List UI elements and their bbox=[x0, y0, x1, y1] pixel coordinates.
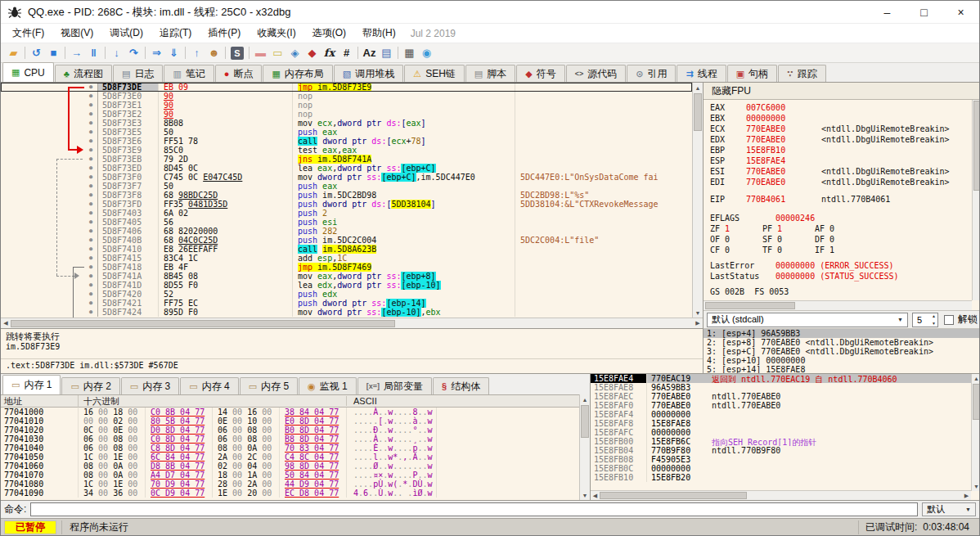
bookmark-icon[interactable]: ◆ bbox=[303, 45, 321, 61]
dump-vertical-scrollbar[interactable]: ▲ ▼ bbox=[579, 394, 590, 500]
menu-favourites[interactable]: 收藏夹(I) bbox=[249, 24, 303, 43]
register-row-esp[interactable]: ESP15E8FAE4 bbox=[710, 155, 968, 166]
register-row-eip[interactable]: EIP770B4061ntdll.770B4061 bbox=[710, 194, 968, 205]
registers-vertical-scrollbar[interactable] bbox=[972, 100, 980, 300]
dump-row[interactable]: 770410801C 00 1E 0070 D9 04 7728 00 2A 0… bbox=[1, 480, 579, 489]
breakpoint-dot-icon[interactable]: ● bbox=[84, 155, 97, 164]
tab-notes[interactable]: ▥笔记 bbox=[164, 65, 214, 82]
breakpoint-dot-icon[interactable]: ● bbox=[84, 245, 97, 254]
disasm-row[interactable]: ●5D8F7410E8 26EEFAFFcall im.5D8A623B bbox=[1, 245, 692, 254]
disasm-row[interactable]: ●5D8F741A8B45 08mov eax,dword ptr ss:[eb… bbox=[1, 272, 692, 281]
stepper-down-icon[interactable]: ▼ bbox=[932, 322, 936, 326]
tab-log[interactable]: ▤日志 bbox=[113, 65, 163, 82]
flags-row[interactable]: ZF 1PF 1AF 0 bbox=[710, 223, 968, 234]
breakpoint-dot-icon[interactable]: ● bbox=[84, 236, 97, 245]
scroll-down-icon[interactable]: ▼ bbox=[972, 482, 980, 491]
restart-icon[interactable]: ↺ bbox=[28, 45, 45, 61]
breakpoint-dot-icon[interactable]: ● bbox=[84, 308, 97, 317]
scroll-down-icon[interactable]: ▼ bbox=[580, 490, 590, 500]
register-row-eax[interactable]: EAX007C6000 bbox=[710, 102, 968, 113]
menu-view[interactable]: 视图(V) bbox=[52, 24, 101, 43]
breakpoint-dot-icon[interactable]: ● bbox=[84, 92, 97, 101]
disasm-row[interactable]: ●5D8F73E550push eax bbox=[1, 128, 692, 137]
disasm-row[interactable]: ●5D8F7424895D F0mov dword ptr ss:[ebp-10… bbox=[1, 308, 692, 317]
breakpoint-dot-icon[interactable]: ● bbox=[84, 110, 97, 119]
tab-call-stack[interactable]: ▧调用堆栈 bbox=[334, 65, 403, 82]
label-icon[interactable]: ◈ bbox=[286, 45, 303, 61]
disasm-row[interactable]: ●5D8F7418EB 4Fjmp im.5D8F7469 bbox=[1, 263, 692, 272]
tab-struct[interactable]: §结构体 bbox=[433, 377, 489, 394]
scroll-right-icon[interactable]: ▶ bbox=[962, 493, 971, 499]
assemble-icon[interactable]: Az bbox=[361, 45, 378, 61]
stack-row[interactable]: 15E8FAF400000000 bbox=[591, 410, 971, 419]
disasm-vertical-scrollbar[interactable]: ▲ ▼ bbox=[692, 83, 703, 318]
stack-row[interactable]: 15E8FB0C00000000 bbox=[591, 464, 971, 473]
tab-symbols[interactable]: ◆符号 bbox=[516, 65, 564, 82]
step-out-icon[interactable]: ⇓ bbox=[165, 45, 182, 61]
segment-registers-row[interactable]: GS 002B FS 0053 bbox=[710, 286, 968, 297]
maximize-button[interactable]: □ bbox=[906, 1, 942, 24]
stack-row[interactable]: 15E8FAE4770EAC19返回到 ntdll.770EAC19 自 ntd… bbox=[591, 374, 971, 383]
scrollbar-thumb[interactable] bbox=[973, 101, 980, 191]
scroll-up-icon[interactable]: ▲ bbox=[972, 374, 980, 383]
disasm-row[interactable]: ●5D8F741583C4 1Cadd esp,1C bbox=[1, 254, 692, 263]
laststatus-row[interactable]: LastStatus00000000 (STATUS_SUCCESS) bbox=[710, 271, 968, 282]
stepper-up-icon[interactable]: ▲ bbox=[932, 314, 936, 318]
stack-row[interactable]: 15E8FB1015E8FB20 bbox=[591, 473, 971, 482]
tab-watch-1[interactable]: ◉监视 1 bbox=[299, 377, 357, 394]
lasterror-row[interactable]: LastError00000000 (ERROR_SUCCESS) bbox=[710, 260, 968, 271]
stack-row[interactable]: 15E8FAE896A59BB3 bbox=[591, 383, 971, 392]
eflags-row[interactable]: EFLAGS00000246 bbox=[710, 213, 968, 223]
flags-row[interactable]: OF 0SF 0DF 0 bbox=[710, 234, 968, 245]
disasm-row[interactable]: ●5D8F73E6FF51 78call dword ptr ds:[ecx+7… bbox=[1, 137, 692, 146]
run-to-cursor-icon[interactable]: ⇒ bbox=[148, 45, 165, 61]
breakpoint-dot-icon[interactable]: ● bbox=[84, 137, 97, 146]
hide-fpu-button[interactable]: 隐藏FPU bbox=[712, 84, 751, 98]
menu-file[interactable]: 文件(F) bbox=[4, 24, 52, 43]
stack-row[interactable]: 15E8FAF815E8FAE8 bbox=[591, 419, 971, 428]
tab-dump-3[interactable]: ▭内存 3 bbox=[121, 377, 179, 394]
dump-row[interactable]: 770410501C 00 1E 006C 84 04 772A 00 2C 0… bbox=[1, 453, 579, 462]
step-over-icon[interactable]: ↷ bbox=[125, 45, 142, 61]
execute-till-return-icon[interactable]: ↑ bbox=[188, 45, 205, 61]
menu-options[interactable]: 选项(O) bbox=[304, 24, 354, 43]
stack-argument-row[interactable]: 4: [esp+10] 00000000 bbox=[704, 356, 980, 365]
scylla-icon[interactable]: ▤ bbox=[378, 45, 395, 61]
dump-row[interactable]: 7704101000 00 02 0080 5B 04 770E 00 10 0… bbox=[1, 417, 579, 426]
stack-argument-row[interactable]: 5: [esp+14] 15E8FAE8 bbox=[704, 365, 980, 373]
breakpoint-dot-icon[interactable]: ● bbox=[84, 128, 97, 137]
command-profile-select[interactable]: 默认 ▼ bbox=[922, 502, 976, 516]
stack-argument-row[interactable]: 1: [esp+4] 96A59BB3 bbox=[704, 329, 980, 338]
breakpoint-dot-icon[interactable]: ● bbox=[84, 200, 97, 209]
minimize-button[interactable]: – bbox=[869, 1, 906, 24]
disasm-row[interactable]: ●5D8F740B68 04C0C25Dpush im.5DC2C0045DC2… bbox=[1, 236, 692, 245]
run-to-user-code-icon[interactable]: ☻ bbox=[205, 45, 223, 61]
disasm-row[interactable]: ●5D8F73E190nop bbox=[1, 101, 692, 110]
register-row-edx[interactable]: EDX770EABE0<ntdll.DbgUiRemoteBreakin> bbox=[710, 134, 968, 145]
tab-dump-5[interactable]: ▭内存 5 bbox=[240, 377, 298, 394]
menu-trace[interactable]: 追踪(T) bbox=[151, 24, 200, 43]
function-icon[interactable]: fx bbox=[321, 45, 338, 61]
tab-dump-1[interactable]: ▭内存 1 bbox=[2, 375, 61, 394]
tab-breakpoints[interactable]: ●断点 bbox=[215, 65, 263, 82]
scroll-up-icon[interactable]: ▲ bbox=[693, 83, 703, 92]
disasm-row[interactable]: ●5D8F73E38B08mov ecx,dword ptr ds:[eax] bbox=[1, 119, 692, 128]
register-row-esi[interactable]: ESI770EABE0<ntdll.DbgUiRemoteBreakin> bbox=[710, 166, 968, 177]
tab-threads[interactable]: ⇉线程 bbox=[677, 65, 726, 82]
breakpoint-dot-icon[interactable]: ● bbox=[84, 191, 97, 200]
disasm-row[interactable]: ●5D8F73EB79 2Djns im.5D8F741A bbox=[1, 155, 692, 164]
scroll-right-icon[interactable]: ▶ bbox=[693, 320, 703, 327]
breakpoint-dot-icon[interactable]: ● bbox=[84, 227, 97, 236]
disasm-row[interactable]: ●5D8F740556push esi bbox=[1, 218, 692, 227]
tab-graph[interactable]: ♣流程图 bbox=[55, 65, 112, 82]
flags-row[interactable]: CF 0TF 0IF 1 bbox=[710, 245, 968, 255]
tab-trace[interactable]: ∵跟踪 bbox=[778, 65, 826, 82]
breakpoint-dot-icon[interactable]: ● bbox=[84, 218, 97, 227]
dump-row[interactable]: 7704104006 00 08 00C8 8D 04 7708 00 0A 0… bbox=[1, 444, 579, 453]
disasm-row[interactable]: ●5D8F741D8D55 F0lea edx,dword ptr ss:[eb… bbox=[1, 281, 692, 290]
run-icon[interactable]: → bbox=[68, 45, 85, 61]
dump-row[interactable]: 7704100016 00 18 00C0 8B 04 7714 00 16 0… bbox=[1, 408, 579, 417]
stack-row[interactable]: 15E8FB08F45905E3 bbox=[591, 455, 971, 464]
strings-icon[interactable]: S bbox=[231, 47, 244, 60]
stop-icon[interactable]: ■ bbox=[45, 45, 62, 61]
